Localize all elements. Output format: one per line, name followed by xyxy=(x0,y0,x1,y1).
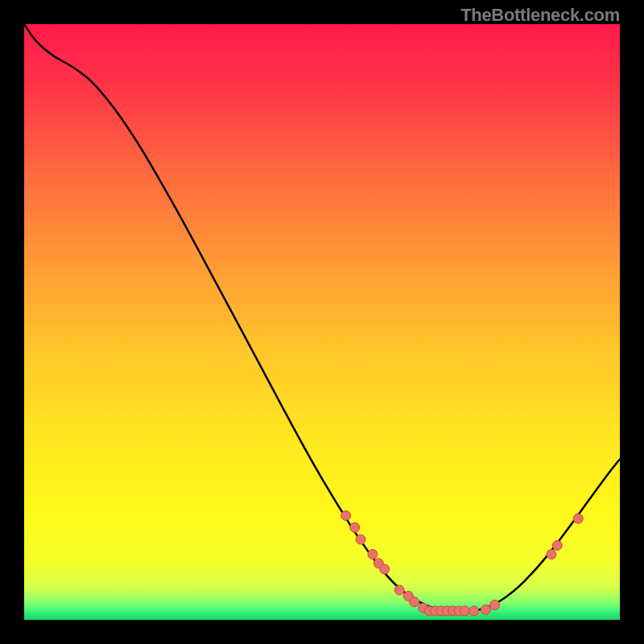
plot-area xyxy=(24,24,620,620)
svg-rect-0 xyxy=(24,24,620,620)
gradient-background xyxy=(24,24,620,620)
chart-container: TheBottleneck.com xyxy=(0,0,644,644)
watermark-text: TheBottleneck.com xyxy=(460,5,620,26)
